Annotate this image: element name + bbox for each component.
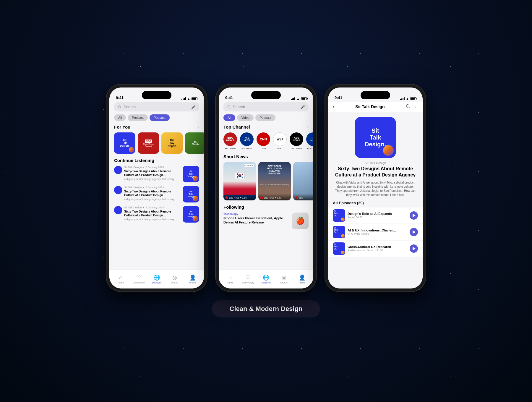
- nav-community-1[interactable]: ♡ Community: [130, 274, 148, 284]
- search-input-2: Search: [233, 105, 299, 109]
- wsj-circle: WSJ: [273, 132, 287, 146]
- search-icon-1: [118, 105, 122, 109]
- short-news-row: 07.01.2024 🇰🇷 BBC News 2.6M: [219, 162, 313, 200]
- cnn-label: CNN: [261, 147, 266, 150]
- tab-all-1[interactable]: All: [114, 114, 126, 121]
- ph3-desc: Chat with Vicky and Angel about Sixty Tw…: [328, 181, 423, 197]
- following-item-1[interactable]: Technology iPhone Users Please Be Patien…: [219, 213, 313, 229]
- channel-cnn[interactable]: CNN CNN: [257, 132, 270, 150]
- status-time-3: 9:41: [335, 95, 342, 100]
- nav-home-2[interactable]: ⌂ Home: [221, 275, 239, 284]
- ep-meta-2: AI & UX: Innovations, Challen... OFG Win…: [348, 228, 407, 235]
- listen-item-2[interactable]: Sit Talk Design • 6 January 2024 Sixty-T…: [114, 186, 199, 202]
- status-icons-2: ▲: [291, 97, 307, 100]
- podcast-card-joy[interactable]: TheJoyReport: [161, 132, 183, 154]
- listen-meta-1: Sit Talk Design • 6 January 2024 Sixty-T…: [124, 166, 180, 181]
- battery-icon-3: [410, 97, 416, 100]
- nav-community-2[interactable]: ♡ Community: [239, 274, 257, 284]
- continue-listening-header: Continue Listening: [109, 158, 204, 163]
- channel-euro[interactable]: euronews Euro News: [306, 132, 313, 150]
- ep-play-1[interactable]: [410, 211, 418, 220]
- following-thumb: 🍎: [292, 213, 309, 229]
- euro-circle: euronews: [306, 132, 313, 146]
- tab-video-2[interactable]: Video: [237, 114, 254, 121]
- phone-2: 9:41 ▲: [216, 85, 316, 291]
- filter-tabs-2: All Video Podcast: [219, 114, 313, 121]
- phone3-content: ‹ Sit Talk Design ⋮ SitTalkDesign.: [328, 102, 423, 288]
- mic-icon-1: 🎤: [191, 105, 196, 109]
- phone-3: 9:41 ▲ ‹ S: [325, 85, 426, 291]
- channel-abc[interactable]: ABCNEWS ABC News: [290, 132, 303, 150]
- podcast-card-std[interactable]: SitTalkDesign.: [114, 132, 135, 154]
- euro-label: Euro News: [307, 147, 313, 150]
- phone3-header: ‹ Sit Talk Design ⋮: [328, 102, 423, 112]
- nav-discover-1[interactable]: 🌐 Discover: [148, 274, 166, 284]
- search-button-3[interactable]: [406, 104, 410, 109]
- dynamic-island-2: [251, 91, 281, 99]
- nav-label-home-1: Home: [118, 281, 124, 284]
- nav-label-community-1: Community: [133, 281, 145, 284]
- dynamic-island-3: [361, 91, 390, 99]
- svg-point-0: [118, 106, 121, 108]
- abc-circle: ABCNEWS: [290, 132, 303, 146]
- back-button[interactable]: ‹: [333, 103, 335, 110]
- continue-listening-title: Continue Listening: [114, 158, 154, 163]
- podcast-card-bbc[interactable]: BBC Global News Podcast: [138, 132, 159, 154]
- listen-item-3[interactable]: Sit Talk Design • 6 January 2024 Sixty-T…: [114, 206, 199, 223]
- ep-logo-3: SitTalkDe.: [333, 242, 345, 255]
- tab-podcast-1[interactable]: Podcast: [128, 114, 148, 121]
- for-you-arrow[interactable]: ›: [198, 125, 199, 129]
- nav-profile-2[interactable]: 👤 Profile: [293, 274, 311, 284]
- channel-bbc[interactable]: BBCNEWS BBC News: [223, 132, 237, 150]
- svg-point-1: [228, 106, 230, 108]
- news-card-2[interactable]: MATT GAETZTROLLS KEVINMcCARTHYDURING RNC…: [258, 162, 291, 200]
- status-icons-3: ▲: [400, 97, 416, 100]
- following-title: Following: [223, 205, 244, 210]
- bottom-nav-1: ⌂ Home ♡ Community 🌐 Discover ◎ Oria AI: [109, 270, 204, 288]
- phone1-content: Search 🎤 All Podcast Podcast For You ›: [109, 102, 204, 288]
- ep-play-2[interactable]: [410, 228, 418, 236]
- channel-wsj[interactable]: WSJ WSJ: [273, 132, 287, 150]
- short-news-header: Short News: [219, 154, 313, 159]
- top-channel-title: Top Channel: [223, 124, 250, 129]
- ph3-podcast-title: Sixty-Two Designs About Remote Culture a…: [328, 166, 423, 178]
- cnn-circle: CNN: [257, 132, 270, 146]
- following-title-text: iPhone Users Please Be Patient, Apple De…: [223, 216, 290, 225]
- tab-podcast-active-1[interactable]: Podcast: [150, 114, 170, 121]
- filter-tabs-1: All Podcast Podcast: [109, 114, 204, 121]
- phone-1: 9:41 ▲: [106, 85, 207, 291]
- listen-avatar-2: [114, 186, 122, 194]
- listen-meta-3: Sit Talk Design • 6 January 2024 Sixty-T…: [124, 206, 180, 221]
- ph3-title: Sit Talk Design: [355, 104, 385, 109]
- profile-icon-1: 👤: [189, 274, 196, 281]
- phones-container: 9:41 ▲: [106, 85, 426, 291]
- search-bar-2[interactable]: Search 🎤: [223, 102, 309, 111]
- episode-item-3[interactable]: SitTalkDe. Cross-Cultural UX Research Aa…: [328, 241, 423, 257]
- ep-play-3[interactable]: [410, 244, 418, 253]
- ep-meta-1: Design's Role as AI Expands Autio | 34:5…: [348, 212, 407, 219]
- news-card-3[interactable]: BBC Caption...: [293, 162, 313, 200]
- mic-icon-2: 🎤: [301, 105, 305, 109]
- search-bar-1[interactable]: Search 🎤: [114, 102, 199, 111]
- channel-fox[interactable]: FOXNEWS Fox News: [240, 132, 254, 150]
- bottom-nav-2: ⌂ Home ♡ Community 🌐 Discover ◎ Oria AI: [219, 270, 313, 288]
- nav-profile-1[interactable]: 👤 Profile: [184, 274, 202, 284]
- tab-all-2[interactable]: All: [223, 114, 235, 121]
- nav-home-1[interactable]: ⌂ Home: [112, 275, 130, 284]
- tab-podcast-2[interactable]: Podcast: [255, 114, 275, 121]
- home-icon-1: ⌂: [119, 275, 122, 281]
- channel-circles: BBCNEWS BBC News FOXNEWS Fox News CNN: [219, 132, 313, 150]
- episode-item-1[interactable]: SitTalkDe. Design's Role as AI Expands A…: [328, 208, 423, 223]
- podcast-card-weeds[interactable]: TheWeeds: [185, 132, 204, 154]
- nav-label-oriaai-1: Oria AI: [171, 281, 178, 284]
- menu-button-3[interactable]: ⋮: [414, 104, 418, 109]
- episode-item-2[interactable]: SitTalkDe. AI & UX: Innovations, Challen…: [328, 224, 423, 240]
- nav-oriaai-1[interactable]: ◎ Oria AI: [166, 274, 184, 284]
- for-you-title: For You: [114, 124, 130, 129]
- listen-item-1[interactable]: Sit Talk Design • 6 January 2024 Sixty-T…: [114, 166, 199, 182]
- nav-oriaai-2[interactable]: ◎ Oria AI: [275, 274, 293, 284]
- news-card-1[interactable]: 07.01.2024 🇰🇷 BBC News 2.6M: [223, 162, 256, 200]
- nav-discover-2[interactable]: 🌐 Discover: [257, 274, 275, 284]
- top-channel-arrow[interactable]: ›: [307, 125, 309, 129]
- status-time-1: 9:41: [116, 95, 124, 100]
